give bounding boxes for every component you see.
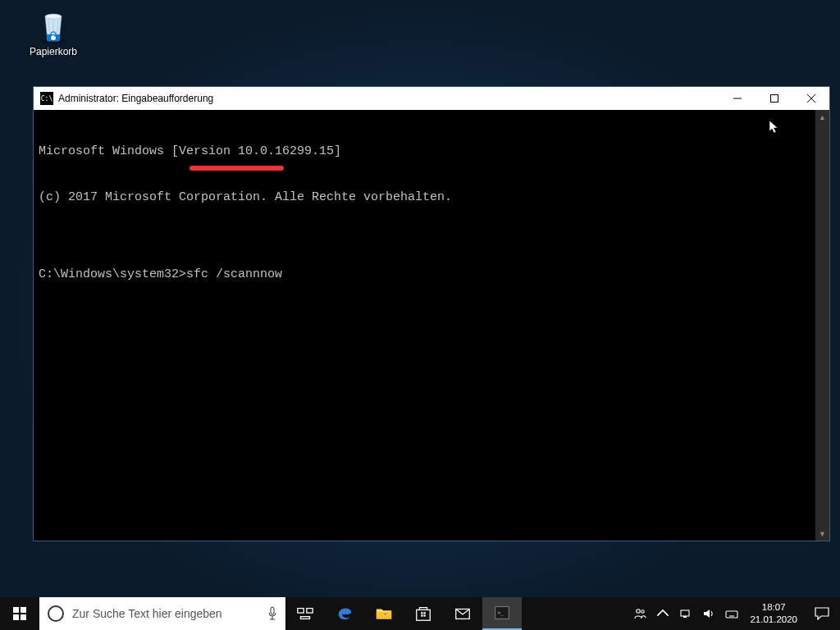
scroll-down-icon[interactable]: ▼ (815, 527, 829, 541)
svg-rect-30 (683, 616, 687, 618)
terminal-line: (c) 2017 Microsoft Corporation. Alle Rec… (39, 190, 813, 206)
recycle-bin-icon (37, 8, 70, 44)
highlight-underline (189, 166, 284, 171)
close-button[interactable] (792, 87, 829, 110)
keyboard-icon[interactable] (720, 597, 743, 630)
svg-rect-18 (384, 614, 387, 614)
svg-rect-11 (271, 607, 274, 614)
svg-rect-21 (423, 612, 425, 614)
search-box[interactable]: Zur Suche Text hier eingeben (39, 597, 285, 630)
svg-rect-14 (298, 609, 304, 614)
volume-icon[interactable] (697, 597, 720, 630)
taskbar: Zur Suche Text hier eingeben (0, 597, 840, 630)
svg-rect-7 (13, 607, 19, 613)
cmd-icon: C:\ (40, 92, 53, 105)
recycle-bin[interactable]: Papierkorb (25, 8, 82, 57)
action-center-button[interactable] (804, 597, 840, 630)
svg-rect-9 (13, 614, 19, 620)
mail-button[interactable] (443, 597, 482, 630)
svg-text:>_: >_ (498, 609, 504, 616)
microphone-icon[interactable] (259, 606, 285, 621)
file-explorer-button[interactable] (364, 597, 404, 630)
cortana-icon (48, 605, 64, 622)
svg-rect-8 (21, 607, 26, 613)
svg-point-28 (641, 610, 644, 613)
maximize-button[interactable] (756, 87, 792, 110)
terminal-line: C:\Windows\system32>sfc /scannnow (39, 267, 813, 283)
svg-rect-16 (301, 617, 310, 619)
edge-browser-button[interactable] (325, 597, 364, 630)
window-title: Administrator: Eingabeaufforderung (58, 93, 213, 104)
terminal-output: Microsoft Windows [Version 10.0.16299.15… (39, 113, 813, 313)
svg-rect-31 (726, 611, 737, 618)
clock-time: 18:07 (762, 601, 786, 614)
command-prompt-window: C:\ Administrator: Eingabeaufforderung M… (33, 86, 830, 541)
titlebar[interactable]: C:\ Administrator: Eingabeaufforderung (34, 87, 829, 110)
svg-rect-20 (421, 612, 422, 614)
minimize-button[interactable] (719, 87, 756, 110)
terminal-body[interactable]: Microsoft Windows [Version 10.0.16299.15… (34, 110, 829, 541)
svg-point-1 (45, 14, 62, 19)
scrollbar[interactable]: ▲ ▼ (815, 110, 829, 541)
system-tray: 18:07 21.01.2020 (628, 597, 840, 630)
recycle-bin-label: Papierkorb (25, 46, 82, 57)
store-button[interactable] (404, 597, 443, 630)
svg-rect-10 (21, 614, 26, 620)
tray-overflow-icon[interactable] (651, 597, 674, 630)
start-button[interactable] (0, 597, 39, 630)
network-icon[interactable] (674, 597, 697, 630)
svg-point-27 (637, 609, 640, 613)
svg-rect-23 (423, 614, 425, 616)
scroll-up-icon[interactable]: ▲ (815, 110, 829, 124)
taskbar-cmd-button[interactable]: >_ (482, 597, 522, 630)
terminal-line: Microsoft Windows [Version 10.0.16299.15… (39, 144, 813, 160)
svg-rect-17 (377, 612, 391, 619)
svg-rect-22 (421, 614, 422, 616)
task-view-button[interactable] (285, 597, 325, 630)
people-icon[interactable] (628, 597, 651, 630)
svg-rect-4 (770, 95, 778, 103)
clock-date: 21.01.2020 (750, 614, 797, 626)
taskbar-clock[interactable]: 18:07 21.01.2020 (743, 597, 804, 630)
search-placeholder: Zur Suche Text hier eingeben (72, 607, 259, 620)
svg-rect-19 (417, 609, 431, 620)
svg-rect-29 (681, 610, 689, 616)
svg-rect-15 (307, 609, 313, 614)
